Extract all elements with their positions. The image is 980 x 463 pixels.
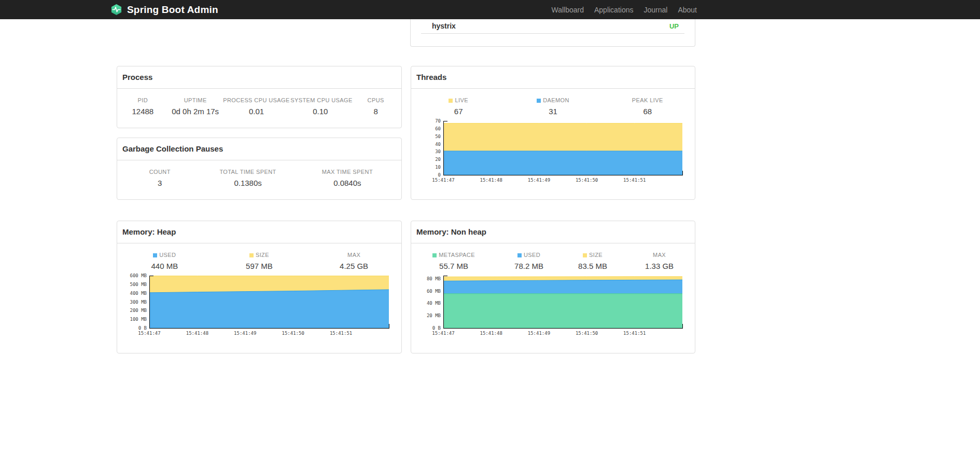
used-legend-swatch — [153, 253, 157, 257]
stat-nonheap-used: USED 78.2 MB — [496, 252, 562, 270]
svg-text:15:41:47: 15:41:47 — [138, 331, 160, 336]
top-navbar: Spring Boot Admin Wallboard Applications… — [0, 0, 980, 19]
nav-link-about[interactable]: About — [678, 6, 697, 14]
stat-value: 78.2 MB — [496, 262, 562, 270]
stat-label: MAX TIME SPENT — [293, 169, 401, 175]
stat-nonheap-metaspace: METASPACE 55.7 MB — [411, 252, 496, 270]
svg-text:0 B: 0 B — [138, 325, 147, 331]
threads-legend: LIVE 67 DAEMON 31 PEAK LIVE 68 — [411, 89, 695, 116]
stat-value: 4.25 GB — [306, 262, 401, 270]
gc-pauses-panel: Garbage Collection Pauses COUNT 3 TOTAL … — [117, 138, 402, 200]
svg-text:500 MB: 500 MB — [130, 282, 147, 287]
health-service-name: hystrix — [432, 22, 456, 30]
stat-uptime: UPTIME 0d 0h 2m 17s — [169, 97, 222, 116]
stat-label: MAX — [624, 252, 695, 258]
svg-text:80 MB: 80 MB — [427, 276, 441, 281]
memory-heap-chart: 0 B100 MB200 MB300 MB400 MB500 MB600 MB1… — [117, 271, 401, 339]
nav-link-applications[interactable]: Applications — [594, 6, 634, 14]
stat-process-cpu-usage: PROCESS CPU USAGE 0.01 — [222, 97, 291, 116]
health-row: hystrix UP — [421, 19, 684, 34]
svg-text:20 MB: 20 MB — [427, 313, 441, 318]
stat-label: COUNT — [117, 169, 202, 175]
stat-label: TOTAL TIME SPENT — [202, 169, 293, 175]
svg-text:15:41:48: 15:41:48 — [480, 178, 502, 183]
svg-text:400 MB: 400 MB — [130, 291, 147, 296]
stat-value: 12488 — [117, 107, 169, 116]
stat-label: MAX — [306, 252, 401, 258]
stat-value: 1.33 GB — [624, 262, 695, 270]
stat-gc-max-time: MAX TIME SPENT 0.0840s — [293, 169, 401, 187]
status-badge: UP — [669, 22, 679, 30]
svg-text:15:41:51: 15:41:51 — [623, 331, 646, 336]
svg-text:15:41:48: 15:41:48 — [480, 331, 502, 336]
nav-link-wallboard[interactable]: Wallboard — [551, 6, 584, 14]
panel-title-gc: Garbage Collection Pauses — [117, 138, 401, 160]
svg-text:10: 10 — [435, 165, 441, 170]
panel-title-nonheap: Memory: Non heap — [411, 221, 695, 243]
svg-text:15:41:50: 15:41:50 — [576, 178, 598, 183]
svg-text:0 B: 0 B — [432, 325, 441, 331]
stat-value: 8 — [350, 107, 401, 116]
stat-label: METASPACE — [411, 252, 496, 258]
stat-value: 68 — [600, 107, 695, 116]
process-panel: Process PID 12488 UPTIME 0d 0h 2m 17s PR… — [117, 66, 402, 128]
panel-title-heap: Memory: Heap — [117, 221, 401, 243]
stat-label: UPTIME — [169, 97, 222, 103]
stat-value: 55.7 MB — [411, 262, 496, 270]
process-stats: PID 12488 UPTIME 0d 0h 2m 17s PROCESS CP… — [117, 89, 401, 116]
stat-label: PID — [117, 97, 169, 103]
svg-text:15:41:50: 15:41:50 — [282, 331, 304, 336]
metaspace-legend-swatch — [432, 253, 437, 257]
stat-value: 0d 0h 2m 17s — [169, 107, 222, 116]
health-panel: hystrix UP — [410, 19, 695, 47]
svg-text:15:41:48: 15:41:48 — [186, 331, 208, 336]
svg-text:100 MB: 100 MB — [130, 317, 147, 322]
panel-title-threads: Threads — [411, 66, 695, 89]
stat-value: 597 MB — [212, 262, 307, 270]
memory-heap-panel: Memory: Heap USED 440 MB SIZE 597 MB MAX… — [117, 221, 402, 353]
nav-links: Wallboard Applications Journal About — [551, 0, 697, 19]
stat-value: 83.5 MB — [562, 262, 624, 270]
spring-boot-admin-logo-icon — [110, 4, 122, 16]
stat-gc-count: COUNT 3 — [117, 169, 202, 187]
svg-text:70: 70 — [435, 118, 441, 124]
svg-text:20: 20 — [435, 157, 441, 162]
stat-value: 0.10 — [290, 107, 350, 116]
svg-text:15:41:47: 15:41:47 — [432, 331, 454, 336]
stat-label: DAEMON — [506, 97, 600, 103]
used-legend-swatch — [517, 253, 522, 257]
stat-value: 0.01 — [222, 107, 291, 116]
stat-value: 67 — [411, 107, 506, 116]
stat-label: LIVE — [411, 97, 506, 103]
stat-label: USED — [496, 252, 562, 258]
svg-text:0: 0 — [438, 172, 441, 178]
svg-text:15:41:51: 15:41:51 — [330, 331, 352, 336]
stat-value: 3 — [117, 179, 202, 187]
svg-text:15:41:47: 15:41:47 — [432, 178, 454, 183]
stat-nonheap-max: MAX 1.33 GB — [624, 252, 695, 270]
stat-label: SYSTEM CPU USAGE — [290, 97, 350, 103]
threads-panel: Threads LIVE 67 DAEMON 31 PEAK LIVE 68 0… — [411, 66, 695, 200]
stat-cpus: CPUS 8 — [350, 97, 401, 116]
svg-text:15:41:50: 15:41:50 — [576, 331, 598, 336]
svg-text:40: 40 — [435, 142, 441, 147]
svg-text:200 MB: 200 MB — [130, 308, 147, 313]
memory-nonheap-panel: Memory: Non heap METASPACE 55.7 MB USED … — [411, 221, 695, 353]
brand[interactable]: Spring Boot Admin — [110, 0, 218, 19]
stat-gc-total-time: TOTAL TIME SPENT 0.1380s — [202, 169, 293, 187]
svg-text:40 MB: 40 MB — [427, 301, 441, 306]
stat-value: 0.0840s — [293, 179, 401, 187]
panel-title-process: Process — [117, 66, 401, 89]
stat-threads-daemon: DAEMON 31 — [506, 97, 600, 116]
stat-heap-used: USED 440 MB — [117, 252, 212, 270]
stat-value: 31 — [506, 107, 600, 116]
stat-system-cpu-usage: SYSTEM CPU USAGE 0.10 — [290, 97, 350, 116]
nav-link-journal[interactable]: Journal — [643, 6, 667, 14]
svg-text:15:41:51: 15:41:51 — [623, 178, 646, 183]
stat-value: 440 MB — [117, 262, 212, 270]
stat-value: 0.1380s — [202, 179, 293, 187]
svg-text:60 MB: 60 MB — [427, 289, 441, 294]
stat-label: SIZE — [212, 252, 307, 258]
svg-text:300 MB: 300 MB — [130, 299, 147, 305]
stat-heap-size: SIZE 597 MB — [212, 252, 307, 270]
